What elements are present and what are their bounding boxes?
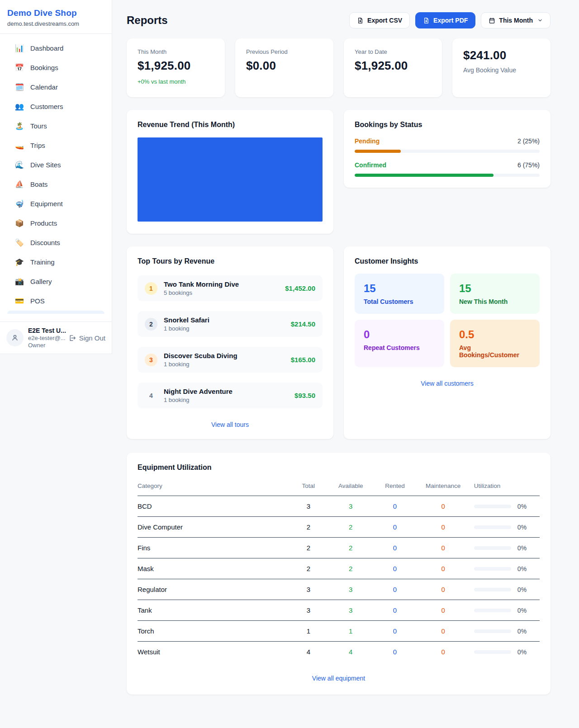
tile-avg-bookings: 0.5 Avg Bookings/Customer bbox=[450, 320, 540, 367]
sidebar-item-bookings[interactable]: 📅 Bookings bbox=[4, 58, 108, 77]
customer-insights-title: Customer Insights bbox=[355, 257, 540, 265]
insights-row: Top Tours by Revenue 1 Two Tank Morning … bbox=[127, 246, 551, 439]
speedboat-icon: 🚤 bbox=[15, 141, 24, 150]
sidebar-item-customers[interactable]: 👥 Customers bbox=[4, 97, 108, 116]
sidebar-item-discounts[interactable]: 🏷️ Discounts bbox=[4, 233, 108, 252]
reports-page: Demo Dive Shop demo.test.divestreams.com… bbox=[0, 0, 579, 728]
period-dropdown[interactable]: This Month bbox=[481, 12, 551, 28]
charts-row: Revenue Trend (This Month) Bookings by S… bbox=[127, 110, 551, 234]
graduation-cap-icon: 🎓 bbox=[15, 258, 24, 266]
brand[interactable]: Demo Dive Shop demo.test.divestreams.com bbox=[0, 0, 112, 34]
file-download-icon bbox=[357, 17, 364, 24]
table-row: Torch 1 1 0 0 0% bbox=[138, 621, 540, 642]
sidebar-item-dive-sites[interactable]: 🌊 Dive Sites bbox=[4, 155, 108, 175]
sailboat-icon: ⛵ bbox=[15, 180, 24, 189]
user-meta: E2E Test U... e2e-tester@... Owner bbox=[28, 327, 64, 349]
pending-bar-fill bbox=[355, 150, 401, 153]
logout-icon bbox=[68, 334, 76, 342]
sign-out-button[interactable]: Sign Out bbox=[68, 334, 105, 342]
diving-mask-icon: 🤿 bbox=[15, 199, 24, 208]
sidebar-item-trips[interactable]: 🚤 Trips bbox=[4, 136, 108, 155]
person-icon bbox=[11, 334, 19, 342]
bookings-status-card: Bookings by Status Pending 2 (25%) Confi… bbox=[344, 110, 551, 188]
tour-row: 2 Snorkel Safari 1 booking $214.50 bbox=[138, 311, 323, 337]
table-row: Mask 2 2 0 0 0% bbox=[138, 558, 540, 579]
export-pdf-button[interactable]: Export PDF bbox=[415, 12, 475, 28]
credit-card-icon: 💳 bbox=[15, 297, 24, 305]
sidebar-item-equipment[interactable]: 🤿 Equipment bbox=[4, 194, 108, 213]
sidebar-item-training[interactable]: 🎓 Training bbox=[4, 252, 108, 272]
equipment-table: Category Total Available Rented Maintena… bbox=[138, 478, 540, 662]
shop-domain: demo.test.divestreams.com bbox=[7, 20, 104, 27]
confirmed-label: Confirmed bbox=[355, 161, 386, 169]
avatar bbox=[6, 329, 24, 346]
sidebar-item-products[interactable]: 📦 Products bbox=[4, 213, 108, 233]
stat-year-to-date: Year to Date $1,925.00 bbox=[344, 38, 442, 97]
tour-row: 3 Discover Scuba Diving 1 booking $165.0… bbox=[138, 347, 323, 373]
export-csv-button[interactable]: Export CSV bbox=[349, 12, 410, 28]
table-row: Fins 2 2 0 0 0% bbox=[138, 538, 540, 558]
utilization-bar bbox=[474, 650, 511, 654]
chevron-down-icon bbox=[537, 18, 543, 23]
sidebar-item-pos[interactable]: 💳 POS bbox=[4, 291, 108, 311]
calendar-icon: 🗓️ bbox=[15, 83, 24, 91]
tile-new-this-month: 15 New This Month bbox=[450, 274, 540, 314]
sidebar-item-boats[interactable]: ⛵ Boats bbox=[4, 175, 108, 194]
utilization-bar bbox=[474, 588, 511, 591]
tour-bookings: 1 booking bbox=[164, 361, 237, 368]
tour-name: Discover Scuba Diving bbox=[164, 352, 237, 359]
main-content: Reports Export CSV Export PDF bbox=[127, 0, 551, 695]
stat-avg-booking-value: $241.00 Avg Booking Value bbox=[452, 38, 551, 97]
revenue-trend-card: Revenue Trend (This Month) bbox=[127, 110, 333, 234]
dashboard-icon: 📊 bbox=[15, 44, 24, 52]
table-header-row: Category Total Available Rented Maintena… bbox=[138, 478, 540, 496]
tour-name: Snorkel Safari bbox=[164, 316, 209, 324]
rank-badge: 2 bbox=[145, 318, 157, 331]
sidebar-item-tours[interactable]: 🏝️ Tours bbox=[4, 116, 108, 136]
view-all-customers-link[interactable]: View all customers bbox=[355, 380, 540, 387]
top-tours-title: Top Tours by Revenue bbox=[138, 257, 323, 265]
tile-total-customers: 15 Total Customers bbox=[355, 274, 444, 314]
confirmed-bar-fill bbox=[355, 174, 494, 177]
tour-amount: $1,452.00 bbox=[285, 284, 315, 292]
utilization-bar bbox=[474, 546, 511, 550]
tour-amount: $214.50 bbox=[291, 320, 315, 328]
table-row: BCD 3 3 0 0 0% bbox=[138, 496, 540, 517]
revenue-trend-bar bbox=[138, 137, 323, 222]
equipment-utilization-title: Equipment Utilization bbox=[138, 463, 540, 472]
utilization-bar bbox=[474, 567, 511, 571]
table-row: Regulator 3 3 0 0 0% bbox=[138, 579, 540, 600]
tour-row: 4 Night Dive Adventure 1 booking $93.50 bbox=[138, 383, 323, 408]
calendar-icon bbox=[489, 17, 495, 24]
stat-delta: +0% vs last month bbox=[138, 78, 214, 85]
sidebar-item-reports-partial[interactable] bbox=[7, 311, 104, 314]
rank-badge: 1 bbox=[145, 282, 157, 295]
user-section: E2E Test U... e2e-tester@... Owner Sign … bbox=[0, 321, 112, 354]
utilization-bar bbox=[474, 629, 511, 633]
tour-bookings: 1 booking bbox=[164, 397, 233, 403]
view-all-equipment-link[interactable]: View all equipment bbox=[138, 675, 540, 682]
package-icon: 📦 bbox=[15, 219, 24, 227]
tour-amount: $165.00 bbox=[291, 356, 315, 364]
status-row-pending: Pending 2 (25%) bbox=[355, 137, 540, 145]
user-email: e2e-tester@... bbox=[28, 335, 64, 341]
tour-row: 1 Two Tank Morning Dive 5 bookings $1,45… bbox=[138, 275, 323, 301]
rank-badge: 4 bbox=[145, 389, 157, 402]
sidebar-item-calendar[interactable]: 🗓️ Calendar bbox=[4, 77, 108, 97]
shop-name[interactable]: Demo Dive Shop bbox=[7, 8, 104, 18]
file-download-icon bbox=[423, 17, 430, 24]
utilization-bar bbox=[474, 505, 511, 508]
tour-name: Two Tank Morning Dive bbox=[164, 280, 239, 288]
sidebar-item-gallery[interactable]: 📸 Gallery bbox=[4, 272, 108, 291]
tour-amount: $93.50 bbox=[294, 392, 315, 399]
view-all-tours-link[interactable]: View all tours bbox=[138, 421, 323, 428]
revenue-trend-title: Revenue Trend (This Month) bbox=[138, 121, 323, 129]
sidebar-item-dashboard[interactable]: 📊 Dashboard bbox=[4, 38, 108, 58]
customer-insights-card: Customer Insights 15 Total Customers 15 … bbox=[344, 246, 551, 439]
tag-icon: 🏷️ bbox=[15, 238, 24, 247]
pending-label: Pending bbox=[355, 137, 380, 145]
customers-icon: 👥 bbox=[15, 102, 24, 111]
status-row-confirmed: Confirmed 6 (75%) bbox=[355, 161, 540, 169]
confirmed-count: 6 (75%) bbox=[517, 161, 540, 169]
camera-icon: 📸 bbox=[15, 277, 24, 286]
